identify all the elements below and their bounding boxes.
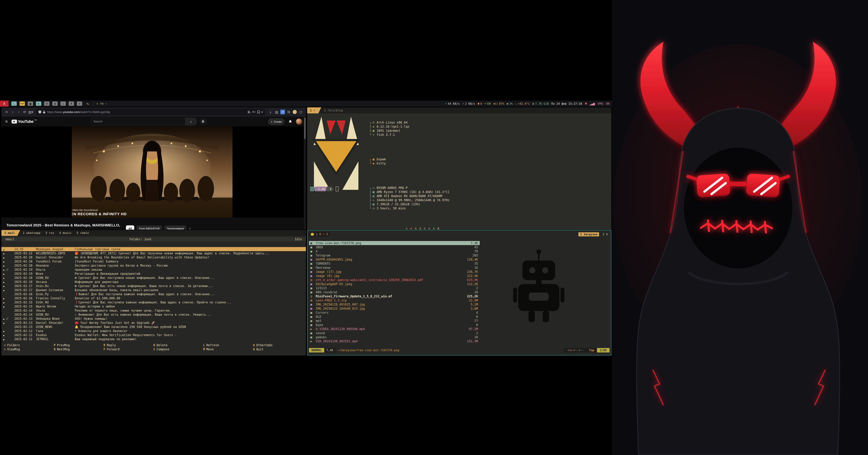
mail-help-item[interactable]: QQuit — [250, 348, 300, 351]
mail-row[interactable]: 🖉 2025-02-19 Ольга приведем заказы — [1, 267, 306, 271]
notifications-bell-icon[interactable]: 🔔︎ — [288, 120, 292, 124]
mail-tab[interactable]: 3 rss — [43, 230, 57, 236]
mail-row[interactable]: 🖉 2025-02-15 OzOn_RU ❗Срочно! Для Вас по… — [1, 300, 306, 304]
downloads-icon[interactable]: ⤓ — [268, 109, 274, 115]
shield-icon[interactable] — [38, 110, 41, 113]
file-row[interactable]: VBOX 45 — [309, 245, 480, 249]
shell-prompt[interactable]: ~ 1.46 $ — [310, 187, 339, 191]
search-input[interactable]: Search — [90, 118, 185, 125]
sidebar-icon[interactable]: ▥ — [274, 109, 280, 115]
chips-more-icon[interactable]: › — [189, 227, 190, 230]
mail-help-item[interactable]: DDelete — [151, 344, 200, 347]
mail-row[interactable]: 🖉 2025-02-20 Daniel Shnaider We Are Brea… — [1, 255, 306, 259]
mail-row[interactable]: 🖉 2025-02-13 Лебедева Юлия SOS! Нужна по… — [1, 317, 306, 321]
video-player[interactable]: Follow My Soundcloud EN RECORDS & INFINI… — [72, 127, 232, 218]
file-row[interactable]: Пингвины 16 — [309, 265, 480, 270]
file-manager-tab[interactable]: 2 X — [601, 232, 610, 236]
file-manager-tab[interactable]: 1 Загрузки — [579, 232, 599, 236]
mail-help-item[interactable]: NNextMsg — [51, 348, 101, 351]
bookmark-icon[interactable] — [257, 110, 260, 113]
keyboard-icon[interactable]: ⌨ — [485, 102, 486, 105]
file-row[interactable]: X 79 — [309, 249, 480, 253]
mail-row[interactable]: 🖉 2025-02-14 OZON_RU ✓ Внимание! Для Вас… — [1, 313, 306, 317]
file-row[interactable]: TORRENTS 35 — [309, 261, 480, 265]
mail-row[interactable]: 🖉 2025-02-17 Даниил Сотников Большое обн… — [1, 288, 306, 292]
mail-row[interactable]: 🖉 2025-02-20 YunoHost Forum [YunoHost Fo… — [1, 259, 306, 263]
mail-tab[interactable]: 1 mail — [1, 230, 20, 236]
mail-help-item[interactable]: FForward — [101, 348, 151, 351]
file-row[interactable]: Cursors 4 — [309, 311, 480, 315]
workspace-download-icon[interactable]: ↓ — [60, 101, 66, 106]
file-row[interactable]: GkC0yLaXgAAP-H2.jpeg 112,2K — [309, 282, 480, 286]
keyboard-layout[interactable]: EN — [487, 102, 491, 105]
activity-icon[interactable]: ∿ — [85, 101, 90, 106]
mail-help-item[interactable]: RReply — [101, 344, 151, 347]
create-button[interactable]: +Create — [268, 118, 285, 125]
file-row[interactable]: Буря 0 — [309, 323, 480, 327]
mail-help-item[interactable]: PPrevMsg — [51, 344, 101, 347]
back-icon[interactable]: ‹ — [10, 109, 16, 115]
file-row[interactable]: Q_VIDEO_20241220_085546.mp4 97,2M — [309, 327, 480, 331]
filter-chip[interactable]: All — [126, 225, 134, 230]
volume-icon[interactable]: ◀)) — [493, 102, 498, 105]
workspace-windows-icon[interactable]: ⊞ — [44, 101, 50, 106]
mail-help-item[interactable]: CCompose — [151, 348, 200, 351]
mail-help-item[interactable]: LRefresh — [200, 344, 250, 347]
file-row[interactable]: IMG_20250128_091825_007.jpg 5,1M — [309, 302, 480, 306]
youtube-guide-icon[interactable]: ≡ — [5, 119, 8, 124]
voice-search-icon[interactable]: 🎤︎ — [199, 118, 207, 125]
terminal-tab[interactable]: 2 /h/z/blog — [321, 107, 347, 113]
mail-row[interactable]: 🖉 2025-02-20 Неонила Экспресс-доставка г… — [1, 263, 306, 267]
pip-extension-icon[interactable]: ⧉ — [286, 109, 292, 115]
translate-icon[interactable]: A文 — [252, 110, 256, 113]
mail-help-item[interactable]: MMove — [200, 348, 250, 351]
workspace-folder-icon[interactable]: ▆ — [28, 101, 33, 106]
mail-tab[interactable]: 5 radio — [74, 230, 91, 236]
workspace-hash-icon[interactable]: # — [69, 101, 74, 106]
workspace-chat-icon[interactable]: ◗ — [36, 101, 41, 106]
mail-row[interactable]: 🖉 2025-02-12 Exodus Exodus Wallet: New V… — [1, 333, 306, 337]
avatar[interactable] — [296, 119, 302, 125]
mail-row[interactable]: 🖉 2025-02-17 Ozon.Ru ⊠ Срочно! Для Вас е… — [1, 284, 306, 288]
file-row[interactable]: image (8).jpg 212,4K — [309, 274, 480, 278]
file-row[interactable]: IMG_20250123_164440_015.jpg 3,6M — [309, 306, 480, 311]
mail-row[interactable]: 🖉 2025-02-18 OZON_RU ⊠ Срочно! Для Вас п… — [1, 276, 306, 280]
mail-row[interactable]: 🖉 2025-02-19 Юлия Регистрация и Ликвидац… — [1, 271, 306, 276]
mail-row[interactable]: 🖉 14:35 Медведев Андрей Глобальные торго… — [1, 247, 306, 251]
url-text[interactable]: https://www.youtube.com/watch?v=5b8A-jgx… — [47, 110, 246, 114]
mail-row[interactable]: 🖉 2025-02-13 OZON_NEWS 🔔 Поздравляем! Ва… — [1, 325, 306, 329]
mail-row[interactable]: 🖉 2025-02-15 Идите Лесом Четыре истории … — [1, 304, 306, 308]
clock[interactable]: Пн 24 фев 15:27:18 — [551, 102, 582, 105]
terminal-tab[interactable]: 1 ~ — [307, 107, 321, 113]
arch-launcher-icon[interactable]: Λ — [0, 101, 8, 107]
mail-row[interactable]: 🖉 2025-02-16 Frances Connolly Donation o… — [1, 296, 306, 300]
mail-help-item[interactable]: >ViewMsg — [1, 348, 51, 351]
mail-row[interactable]: 🖉 2025-02-12 Гала • Клиенты для вашего б… — [1, 329, 306, 333]
workspace-image-icon[interactable]: ▨ — [52, 101, 58, 106]
notification-bell-icon[interactable]: 🔔︎ — [585, 102, 587, 105]
file-row[interactable]: image (17).jpg 236,7K — [309, 270, 480, 274]
extension-blue-icon[interactable]: ↗ — [280, 109, 286, 115]
file-row[interactable]: Lens-FREE-1.3.zip 32,9M — [309, 298, 480, 302]
youtube-logo[interactable]: YouTube RU — [11, 119, 37, 124]
bookmark-dropdown-icon[interactable]: ▾ — [261, 110, 263, 114]
mail-row[interactable]: 🖉 2025-02-18 Оксана Информация для дирек… — [1, 280, 306, 284]
workspace-cat-icon[interactable]: ᴖᴥᴖ — [20, 101, 25, 106]
rss-icon[interactable] — [248, 110, 250, 113]
file-row[interactable]: 000-razobrat 10 — [309, 290, 480, 294]
workspace-list-icon[interactable]: ≡ — [77, 101, 82, 106]
menu-icon[interactable]: ≡ — [4, 109, 10, 115]
filter-chip[interactable]: Tomorrowland — [164, 225, 186, 230]
mail-tab[interactable]: 4 music — [57, 230, 74, 236]
file-row[interactable]: 123113 2 — [309, 286, 480, 290]
file-row[interactable]: GkFPR-GXUAACWSS.jpeg 128,4K — [309, 257, 480, 261]
mail-row[interactable]: 🖉 2025-02-13 Daniel Shnaider 🧰 Your Warm… — [1, 321, 306, 325]
reload-icon[interactable]: ⟳ — [22, 109, 28, 115]
mail-row[interactable]: 🖉 2025-02-16 Ozon_Py ❗Важно! Для Вас пос… — [1, 292, 306, 296]
file-row[interactable]: oth_A_ardor-gaming-wakizashi_instrukcia_… — [309, 278, 480, 282]
browser-scrollbar[interactable] — [304, 117, 306, 230]
file-row[interactable]: mp3 77 — [309, 319, 480, 323]
mail-tab[interactable]: 2 whatsapp — [20, 230, 43, 236]
mail-row[interactable]: 🖉 2025-02-11 JETMAIL Ваш надежный подряд… — [1, 337, 306, 341]
reader-mode-icon[interactable]: ▤▾ — [28, 109, 34, 115]
